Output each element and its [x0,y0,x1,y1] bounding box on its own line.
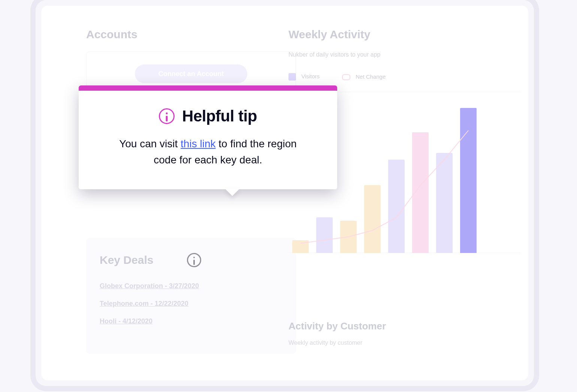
weekly-activity-subtitle: Nukber of daily visitors to your app [288,51,528,58]
popover-arrow-icon [225,189,240,196]
activity-by-customer-subtitle: Weekly activity by customer [288,340,386,346]
list-item[interactable]: Globex Corporation - 3/27/2020 [100,282,283,290]
key-deals-panel: Key Deals Globex Corporation - 3/27/2020… [86,238,296,354]
legend-visitors-label: Visitors [301,73,320,79]
helpful-tip-popover: Helpful tip You can visit this link to f… [79,85,337,189]
legend-net-change: Net Change [342,73,386,80]
info-icon [159,108,175,124]
legend-visitors: Visitors [288,73,320,81]
accounts-heading: Accounts [86,28,296,41]
chart-legend: Visitors Net Change [288,73,528,81]
tooltip-text: You can visit this link to find the regi… [111,136,305,168]
visitors-swatch-icon [288,73,296,81]
weekly-activity-heading: Weekly Activity [288,28,528,41]
tooltip-title: Helpful tip [182,107,257,125]
legend-net-change-label: Net Change [356,73,386,80]
key-deals-heading: Key Deals [100,254,153,266]
info-icon[interactable] [187,253,201,267]
dashboard-card: Accounts Connect an Account Key Deals Gl… [41,6,528,380]
tooltip-link[interactable]: this link [181,138,215,150]
key-deals-list: Globex Corporation - 3/27/2020 Telephone… [100,282,283,325]
connect-account-button[interactable]: Connect an Account [135,64,247,83]
list-item[interactable]: Hooli - 4/12/2020 [100,317,283,325]
tooltip-text-before: You can visit [119,138,181,150]
popover-accent-bar [79,85,337,91]
activity-by-customer-heading: Activity by Customer [288,320,386,332]
list-item[interactable]: Telephone.com - 12/22/2020 [100,300,283,308]
net-change-swatch-icon [342,74,350,80]
activity-by-customer-section: Activity by Customer Weekly activity by … [288,320,386,346]
